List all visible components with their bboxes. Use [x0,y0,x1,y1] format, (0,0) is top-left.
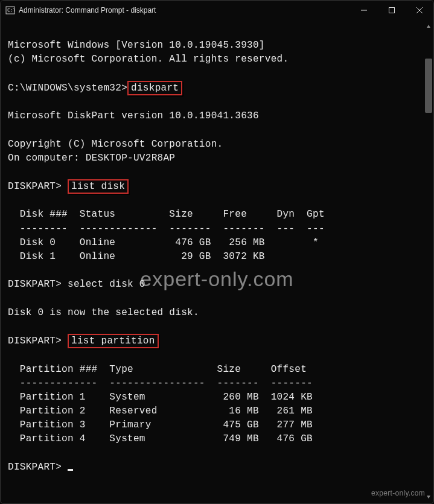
svg-text:C:\: C:\ [7,8,15,13]
os-version-line: Microsoft Windows [Version 10.0.19045.39… [8,40,265,51]
command-list-partition: list partition [68,334,159,348]
app-icon: C:\ [5,5,15,15]
watermark: expert-only.com [140,264,293,294]
prompt-path: DISKPART> [8,336,68,346]
minimize-button[interactable] [350,1,378,20]
partition-table-header: Partition ### Type Size Offset [8,364,307,375]
disk-table-row: Disk 0 Online 476 GB 256 MB * [8,237,319,248]
titlebar: C:\ Administrator: Command Prompt - disk… [1,1,433,20]
partition-table-row: Partition 1 System 260 MB 1024 KB [8,392,313,403]
disk-table-divider: -------- ------------- ------- ------- -… [8,223,325,234]
maximize-button[interactable] [378,1,406,20]
scroll-up-icon[interactable] [425,22,432,31]
partition-table-row: Partition 3 Primary 475 GB 277 MB [8,419,313,430]
copyright-line: (c) Microsoft Corporation. All rights re… [8,54,289,65]
prompt-path: DISKPART> [8,181,68,192]
diskpart-copyright: Copyright (C) Microsoft Corporation. [8,139,223,150]
close-button[interactable] [406,1,433,20]
partition-table-row: Partition 4 System 749 MB 476 GB [8,433,313,444]
scroll-track[interactable] [425,31,432,493]
terminal-output[interactable]: Microsoft Windows [Version 10.0.19045.39… [1,20,433,503]
prompt-path: DISKPART> [8,462,68,473]
scrollbar[interactable] [425,22,432,501]
scroll-down-icon[interactable] [425,493,432,501]
disk-table-row: Disk 1 Online 29 GB 3072 KB [8,251,265,262]
watermark-small: expert-only.com [371,488,425,499]
window-title: Administrator: Command Prompt - diskpart [19,6,350,14]
svg-marker-6 [427,25,430,28]
diskpart-computer: On computer: DESKTOP-UV2R8AP [8,153,175,164]
prompt-path: C:\WINDOWS\system32> [8,83,127,94]
select-disk-result: Disk 0 is now the selected disk. [8,307,199,318]
diskpart-version: Microsoft DiskPart version 10.0.19041.36… [8,110,259,121]
partition-table-row: Partition 2 Reserved 16 MB 261 MB [8,406,313,416]
svg-marker-7 [427,496,430,499]
cursor [68,469,73,471]
command-list-disk: list disk [68,179,129,194]
partition-table-divider: ------------- ---------------- ------- -… [8,378,313,389]
command-diskpart: diskpart [127,81,182,95]
prompt-path: DISKPART> [8,279,68,290]
command-select-disk: select disk 0 [68,279,145,290]
svg-rect-3 [389,8,395,13]
scroll-thumb[interactable] [425,59,432,113]
disk-table-header: Disk ### Status Size Free Dyn Gpt [8,209,325,220]
